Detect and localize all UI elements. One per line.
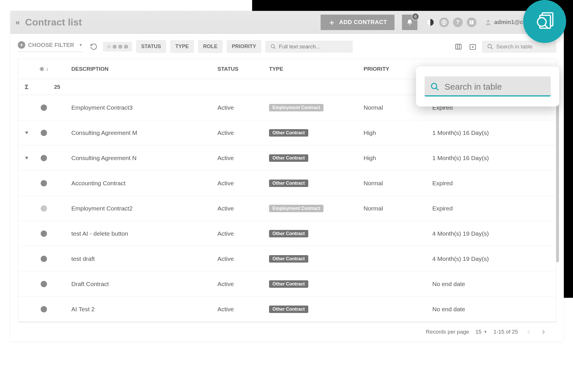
export-button[interactable] xyxy=(468,42,478,52)
contrast-icon xyxy=(426,18,434,26)
cell-end: No end date xyxy=(431,306,545,313)
cell-description: Consulting Agreement N xyxy=(70,155,216,161)
col-description[interactable]: DESCRIPTION xyxy=(70,66,216,72)
arrow-down-icon: ↓ xyxy=(46,66,49,72)
contrast-toggle[interactable] xyxy=(425,17,435,27)
caret-down-icon: ▼ xyxy=(79,43,83,47)
type-tag: Other Contract xyxy=(269,306,308,313)
columns-button[interactable] xyxy=(453,42,464,52)
scrollbar-thumb[interactable] xyxy=(556,102,559,262)
cell-status: Active xyxy=(216,205,267,212)
status-dot-icon xyxy=(41,281,47,287)
cell-description: test AI - delete button xyxy=(70,230,216,237)
notifications-button[interactable]: 6 xyxy=(402,15,417,30)
status-dot-icon xyxy=(41,256,47,262)
col-type[interactable]: TYPE xyxy=(267,66,362,72)
traffic-dot-icon xyxy=(124,45,128,49)
cell-priority: High xyxy=(362,129,431,136)
search-in-table-callout xyxy=(416,66,559,107)
table-row[interactable]: test AI - delete buttonActiveOther Contr… xyxy=(18,221,556,246)
cell-description: Consulting Agreement M xyxy=(70,129,216,136)
filter-chip-type[interactable]: TYPE xyxy=(170,40,194,53)
traffic-dot-icon xyxy=(118,45,122,49)
table-row[interactable]: ♥Consulting Agreement NActiveOther Contr… xyxy=(18,145,556,171)
table-row[interactable]: Draft ContractActiveOther ContractNo end… xyxy=(18,271,556,297)
sort-indicator[interactable]: ↓ xyxy=(35,66,52,72)
table-row[interactable]: ♥Consulting Agreement MActiveOther Contr… xyxy=(18,120,556,145)
cell-end: 1 Month(s) 16 Day(s) xyxy=(431,155,545,161)
fulltext-search-input[interactable] xyxy=(279,44,348,50)
plus-circle-icon: + xyxy=(18,41,25,49)
refresh-icon xyxy=(90,43,97,50)
next-page-button[interactable] xyxy=(539,328,548,336)
search-in-table-placeholder: Search in table xyxy=(496,44,533,50)
plus-icon: ＋ xyxy=(328,19,336,26)
cell-description: Accounting Contract xyxy=(70,180,216,187)
cell-status: Active xyxy=(216,180,267,187)
cell-end: Expired xyxy=(431,180,545,187)
collapse-sidebar-button[interactable]: « xyxy=(15,18,20,27)
svg-line-8 xyxy=(274,47,275,49)
app-window: « Contract list ＋ ADD CONTRACT 6 ? xyxy=(10,11,564,341)
search-icon xyxy=(270,44,276,50)
prev-page-button[interactable] xyxy=(524,328,533,336)
search-feature-badge xyxy=(523,0,566,43)
add-contract-button[interactable]: ＋ ADD CONTRACT xyxy=(321,15,395,30)
favorite-toggle[interactable]: ♥ xyxy=(18,155,35,161)
globe-icon xyxy=(441,19,447,25)
language-button[interactable] xyxy=(439,17,449,27)
target-icon xyxy=(39,66,44,72)
search-in-table-callout-field[interactable] xyxy=(425,76,551,96)
search-in-table-callout-input[interactable] xyxy=(445,82,545,92)
pagination-bar: Records per page 15 ▼ 1-15 of 25 xyxy=(18,322,556,341)
col-status[interactable]: STATUS xyxy=(216,66,267,72)
help-button[interactable]: ? xyxy=(453,17,463,27)
cell-end: No end date xyxy=(431,281,545,287)
svg-point-6 xyxy=(487,20,490,22)
status-filter-traffic[interactable] xyxy=(103,42,132,52)
add-contract-label: ADD CONTRACT xyxy=(339,19,387,25)
fulltext-search[interactable] xyxy=(265,41,353,53)
svg-point-15 xyxy=(488,44,492,48)
table-row[interactable]: Employment Contract2ActiveEmployment Con… xyxy=(18,196,556,221)
docs-button[interactable] xyxy=(467,17,476,27)
page-size-value: 15 xyxy=(475,329,481,335)
decorative-black-right xyxy=(564,0,573,298)
cell-description: Employment Contract2 xyxy=(70,205,216,212)
question-icon: ? xyxy=(456,19,460,25)
table-row[interactable]: Accounting ContractActiveOther ContractN… xyxy=(18,171,556,196)
cell-status: Active xyxy=(216,104,267,111)
search-icon xyxy=(430,82,439,92)
cell-end: 4 Month(s) 19 Day(s) xyxy=(431,230,545,237)
filter-chip-status[interactable]: STATUS xyxy=(136,40,166,53)
search-pages-icon xyxy=(533,9,557,34)
choose-filter-dropdown[interactable]: + CHOOSE FILTER ▼ xyxy=(18,41,83,52)
filter-chip-priority[interactable]: PRIORITY xyxy=(227,40,261,53)
filter-toolbar: + CHOOSE FILTER ▼ STATUS TYPE ROLE PRIOR… xyxy=(10,34,564,56)
favorite-toggle[interactable]: ♥ xyxy=(18,130,35,136)
topbar-icon-group: ? xyxy=(425,17,476,27)
cell-status: Active xyxy=(216,255,267,262)
status-dot-icon xyxy=(41,205,47,212)
cell-priority: High xyxy=(362,155,431,161)
filter-chip-role[interactable]: ROLE xyxy=(198,40,223,53)
table-row[interactable]: AI Test 2ActiveOther ContractNo end date xyxy=(18,297,556,322)
cell-status: Active xyxy=(216,281,267,287)
columns-icon xyxy=(455,43,462,50)
records-per-page-label: Records per page xyxy=(426,329,469,335)
table-row[interactable]: test draftActiveOther Contract4 Month(s)… xyxy=(18,246,556,271)
page-size-select[interactable]: 15 ▼ xyxy=(475,329,487,335)
caret-down-icon: ▼ xyxy=(484,330,487,334)
traffic-dot-icon xyxy=(113,45,117,49)
svg-line-20 xyxy=(436,88,438,90)
svg-point-19 xyxy=(431,83,437,88)
type-tag: Other Contract xyxy=(269,154,308,162)
chevron-left-icon xyxy=(525,329,532,335)
type-tag: Employment Contract xyxy=(269,205,323,212)
cell-description: test draft xyxy=(70,255,216,262)
type-tag: Other Contract xyxy=(269,129,308,137)
cell-description: Draft Contract xyxy=(70,281,216,287)
refresh-button[interactable] xyxy=(89,42,99,52)
topbar: « Contract list ＋ ADD CONTRACT 6 ? xyxy=(10,11,564,34)
svg-point-18 xyxy=(41,68,42,70)
